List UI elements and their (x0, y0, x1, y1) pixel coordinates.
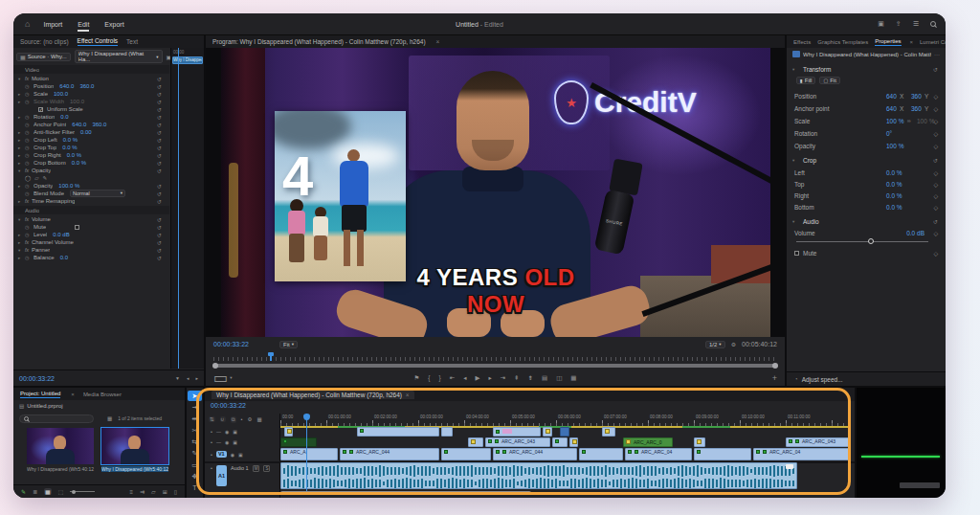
close-icon[interactable]: × (71, 392, 75, 397)
video-clip[interactable] (694, 437, 705, 447)
filter-properties-icon[interactable]: ▼ (175, 375, 180, 381)
tab-media-browser[interactable]: Media Browser (83, 392, 122, 397)
lift-icon[interactable]: ⇞ (514, 374, 519, 382)
video-clip[interactable] (569, 437, 578, 447)
list-view-icon[interactable]: ≣ (33, 488, 37, 495)
effect-row[interactable]: ◯▱✎ (13, 174, 169, 182)
next-keyframe-icon[interactable]: ▸ (195, 375, 198, 381)
reset-icon[interactable]: ↺ (157, 114, 162, 121)
reset-icon[interactable]: ↺ (157, 99, 162, 105)
effect-row[interactable]: ▸◷Crop Top0.0 %↺ (13, 144, 169, 151)
keyframe-toggle-icon[interactable]: ◇ (933, 105, 938, 112)
keyframe-toggle-icon[interactable]: ◇ (933, 250, 938, 257)
reset-icon[interactable]: ↺ (157, 137, 162, 144)
video-clip[interactable] (579, 448, 623, 460)
reset-icon[interactable]: ↺ (157, 91, 162, 98)
reset-icon[interactable]: ↺ (157, 152, 162, 159)
video-clip[interactable]: ARC_ARC_043 (485, 437, 550, 447)
effect-row[interactable]: ▸◷Crop Bottom0.0 %↺ (13, 159, 169, 167)
crop-header[interactable]: Crop (803, 157, 816, 164)
razor-tool[interactable]: ✂ (188, 425, 202, 436)
track-header-a1[interactable]: • A1 Audio 1 M S (205, 462, 279, 489)
type-tool[interactable]: T (188, 482, 202, 493)
keyframe-toggle-icon[interactable]: ◇ (933, 118, 938, 124)
multi-view-icon[interactable]: ▦ (570, 374, 576, 382)
keyframe-toggle-icon[interactable]: ◇ (933, 230, 938, 236)
effect-row[interactable]: ▾fxVolume↺ (13, 215, 169, 223)
effect-row[interactable]: ▸◷Rotation0.0↺ (13, 113, 169, 121)
search-icon[interactable] (930, 21, 936, 27)
tab-properties[interactable]: Properties (875, 38, 901, 46)
track-header-v3[interactable]: •—◉▣ (205, 427, 279, 437)
effect-controls-mini-timeline[interactable]: 00:00 Why I Disappeared (W (170, 48, 204, 369)
video-clip[interactable] (284, 427, 293, 437)
reset-icon[interactable]: ↺ (157, 106, 162, 113)
comparison-view-icon[interactable]: ◫ (556, 374, 562, 382)
effect-row[interactable]: ▸◷Opacity100.0 %↺ (13, 182, 169, 190)
keyframe-toggle-icon[interactable]: ◇ (933, 192, 938, 199)
workspace-icon[interactable]: ▣ (878, 20, 884, 28)
playback-resolution-dropdown[interactable]: 1/2▾ (705, 341, 725, 348)
add-marker-icon[interactable]: ⚑ (414, 374, 420, 382)
crop-left-row[interactable]: Left0.0 %◇ (794, 168, 938, 177)
track-header-v1[interactable]: •V1◉▣ (205, 448, 279, 460)
program-playhead-head[interactable] (268, 352, 274, 356)
go-to-in-icon[interactable]: ⇤ (450, 374, 455, 382)
close-icon[interactable]: × (436, 38, 440, 45)
bin-icon[interactable]: ▦ (107, 415, 112, 421)
mark-in-icon[interactable]: { (428, 374, 430, 382)
reset-icon[interactable]: ↺ (157, 247, 162, 254)
caption-track-icon[interactable]: ▦ (256, 416, 261, 422)
video-clip[interactable] (694, 448, 751, 460)
fill-button[interactable]: ▮Fill (796, 77, 815, 84)
reset-icon[interactable]: ↺ (933, 157, 938, 164)
add-button[interactable]: + (772, 373, 777, 383)
volume-slider-knob[interactable] (868, 238, 874, 244)
keyframe-toggle-icon[interactable]: ◇ (933, 169, 938, 176)
previous-keyframe-icon[interactable]: ◂ (187, 375, 189, 381)
extract-icon[interactable]: ⇟ (528, 374, 533, 382)
effect-row[interactable]: ▸◷Crop Right0.0 %↺ (13, 151, 169, 159)
step-forward-icon[interactable]: ▸ (488, 374, 491, 382)
program-video-frame[interactable]: ★ CreditV SHURE (221, 48, 770, 337)
position-row[interactable]: Position 640X 360Y ◇ (794, 91, 938, 101)
program-scrubber[interactable] (213, 352, 777, 361)
crop-bottom-row[interactable]: Bottom0.0 %◇ (794, 202, 938, 212)
program-tab[interactable]: Program: Why I Disappeared (What Happene… (212, 38, 426, 46)
video-clip[interactable]: ARC_A (280, 448, 338, 460)
timeline-scrollbar[interactable] (280, 491, 531, 495)
video-clip[interactable]: ARC_ARC_044 (493, 448, 577, 460)
play-icon[interactable]: ▶ (475, 374, 479, 382)
volume-slider[interactable] (796, 238, 928, 244)
tab-effect-controls[interactable]: Effect Controls (78, 37, 119, 46)
adjust-speed-button[interactable]: ◔Adjust speed... (787, 371, 946, 386)
tab-lumetri-color[interactable]: Lumetri Color (920, 39, 946, 45)
keyframe-toggle-icon[interactable]: ◇ (933, 181, 938, 188)
transform-header[interactable]: Transform (803, 66, 831, 73)
effect-row[interactable]: ◷Blend ModeNormal▾↺ (13, 190, 169, 197)
keyframe-toggle-icon[interactable]: ◇ (933, 93, 938, 100)
add-marker-icon[interactable]: • (241, 416, 243, 422)
reset-icon[interactable]: ↺ (157, 216, 162, 223)
solo-track-button[interactable]: S (263, 465, 270, 472)
reset-icon[interactable]: ↺ (157, 160, 162, 167)
reset-icon[interactable]: ↺ (157, 122, 162, 128)
automate-sequence-icon[interactable]: ⇉ (140, 488, 145, 495)
go-to-out-icon[interactable]: ⇥ (501, 374, 505, 382)
reset-icon[interactable]: ↺ (157, 129, 162, 136)
blend-mode-dropdown[interactable]: Normal▾ (70, 190, 125, 197)
tab-project[interactable]: Project: Untitled (20, 391, 60, 398)
sequence-tab[interactable]: Why I Disappeared (What Happened) - Coli… (212, 391, 414, 399)
hand-tool[interactable]: ✥ (188, 471, 202, 481)
effect-row[interactable]: ▸◷Balance0.0↺ (13, 254, 169, 261)
mini-clip-bar[interactable]: Why I Disappeared (W (172, 56, 203, 64)
volume-row[interactable]: Volume 0.0 dB ◇ (794, 228, 938, 237)
bin-breadcrumb[interactable]: ▤Untitled.prproj (19, 403, 63, 409)
reset-icon[interactable]: ↺ (157, 168, 162, 174)
mute-row[interactable]: Mute ◇ (794, 248, 938, 258)
video-clip[interactable] (441, 427, 453, 437)
link-scale-icon[interactable]: ∞ (907, 118, 911, 123)
ripple-edit-tool[interactable]: ⇹ (188, 414, 202, 424)
video-clip[interactable] (493, 427, 541, 437)
tab-effects[interactable]: Effects (793, 39, 811, 45)
